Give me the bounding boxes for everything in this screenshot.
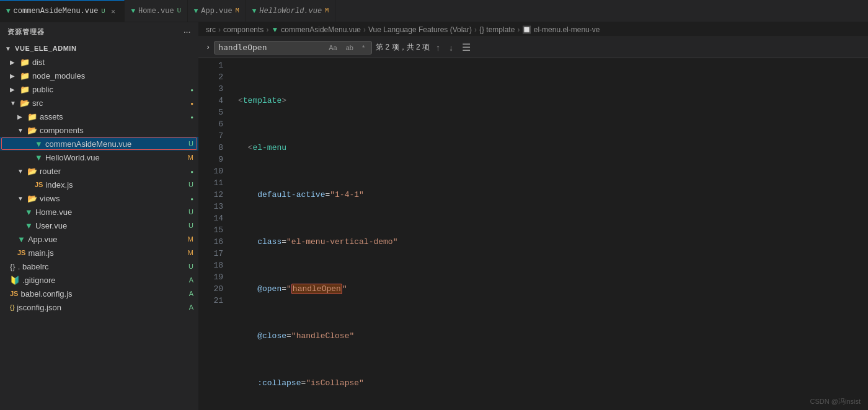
folder-icon: 📁 bbox=[20, 71, 30, 81]
tab-helloworld[interactable]: ▼ HelloWorld.vue M bbox=[246, 0, 335, 22]
sidebar-item-public[interactable]: ▶ 📁 public bbox=[0, 82, 198, 96]
tree-item-label: babel.config.js bbox=[20, 289, 72, 299]
breadcrumb-components: components bbox=[223, 25, 264, 34]
folder-icon: 📁 bbox=[27, 112, 37, 121]
tab-label: Home.vue bbox=[138, 7, 174, 15]
use-regex-button[interactable]: * bbox=[359, 43, 368, 53]
tree-item-label: dist bbox=[32, 58, 45, 67]
folder-open-icon: 📂 bbox=[20, 98, 30, 108]
sidebar-item-dist[interactable]: ▶ 📁 dist bbox=[0, 55, 198, 69]
sidebar-title: 资源管理器 bbox=[7, 27, 44, 37]
sidebar-item-src[interactable]: ▼ 📂 src bbox=[0, 96, 198, 110]
search-prev-button[interactable]: ↑ bbox=[433, 41, 443, 54]
file-badge bbox=[190, 113, 193, 120]
breadcrumb-src: src bbox=[206, 25, 216, 34]
sidebar-item-home[interactable]: ▼ Home.vue U bbox=[0, 205, 198, 219]
tree-item-label: router bbox=[40, 167, 61, 176]
json-file-icon: {} bbox=[10, 303, 14, 311]
sidebar-item-mainjs[interactable]: JS main.js M bbox=[0, 246, 198, 260]
sidebar: 资源管理器 ··· ▼ VUE_ELE_ADMIN ▶ 📁 dist ▶ 📁 n… bbox=[0, 22, 198, 410]
code-line-1: <template> bbox=[238, 95, 868, 107]
code-line-2: <el-menu bbox=[238, 142, 868, 154]
match-case-button[interactable]: Aa bbox=[326, 43, 340, 53]
tree-item-label: src bbox=[32, 98, 43, 108]
breadcrumb-sep: › bbox=[363, 25, 366, 34]
sidebar-item-node-modules[interactable]: ▶ 📁 node_modules bbox=[0, 69, 198, 82]
sidebar-item-helloworld[interactable]: ▶ ▼ HelloWorld.vue M bbox=[0, 150, 198, 164]
sidebar-item-app[interactable]: ▼ App.vue M bbox=[0, 232, 198, 246]
sidebar-item-commenasidemenu[interactable]: ▶ ▼ commenAsideMenu.vue U bbox=[0, 137, 198, 150]
file-badge: U bbox=[188, 263, 193, 270]
code-line-4: class="el-menu-vertical-demo" bbox=[238, 236, 868, 248]
tree-item-label: jsconfig.json bbox=[17, 303, 61, 312]
file-badge bbox=[190, 99, 193, 107]
folder-icon: 📁 bbox=[20, 85, 30, 94]
file-badge: A bbox=[189, 276, 193, 284]
file-badge: M bbox=[188, 249, 193, 256]
watermark: CSDN @冯insist bbox=[810, 397, 861, 406]
tabs-bar: ▼ commenAsideMenu.vue U ✕ ▼ Home.vue U ▼… bbox=[0, 0, 868, 22]
code-line-6: @close="handleClose" bbox=[238, 330, 868, 342]
sidebar-item-components[interactable]: ▼ 📂 components bbox=[0, 123, 198, 137]
sidebar-item-babelrc[interactable]: {} . babelrc U bbox=[0, 260, 198, 273]
tree-item-label: index.js bbox=[45, 180, 73, 190]
collapse-icon: ▶ bbox=[10, 86, 17, 93]
vue-file-icon: ▼ bbox=[35, 153, 43, 162]
tab-home[interactable]: ▼ Home.vue U bbox=[125, 0, 187, 22]
sidebar-item-user[interactable]: ▼ User.vue U bbox=[0, 219, 198, 232]
collapse-arrow: ▼ bbox=[5, 45, 12, 52]
code-editor[interactable]: 1 2 3 4 5 6 7 8 9 10 11 12 13 14 15 16 1… bbox=[198, 58, 868, 410]
folder-open-icon: 📂 bbox=[27, 194, 37, 203]
vue-file-icon: ▼ bbox=[25, 207, 33, 217]
git-icon: 🔰 bbox=[10, 276, 20, 285]
file-badge: U bbox=[188, 181, 193, 188]
sidebar-header: 资源管理器 ··· bbox=[0, 22, 198, 41]
tab-label: commenAsideMenu.vue bbox=[14, 7, 99, 15]
search-input-wrapper: Aa ab * bbox=[214, 41, 372, 55]
search-close-button[interactable]: ☰ bbox=[459, 40, 473, 55]
tab-badge: M bbox=[236, 7, 239, 14]
sidebar-item-assets[interactable]: ▶ 📁 assets bbox=[0, 110, 198, 123]
file-badge: U bbox=[188, 222, 193, 229]
folder-open-icon: 📂 bbox=[27, 167, 37, 176]
search-input[interactable] bbox=[218, 43, 323, 52]
sidebar-item-indexjs[interactable]: ▶ JS index.js U bbox=[0, 178, 198, 191]
breadcrumb-volar: Vue Language Features (Volar) bbox=[368, 25, 472, 34]
sidebar-item-views[interactable]: ▼ 📂 views bbox=[0, 191, 198, 205]
sidebar-item-babelconfig[interactable]: JS babel.config.js A bbox=[0, 287, 198, 300]
collapse-icon: ▼ bbox=[17, 195, 25, 202]
breadcrumb-sep: › bbox=[517, 25, 520, 34]
search-next-button[interactable]: ↓ bbox=[446, 41, 456, 54]
tab-label: App.vue bbox=[201, 7, 232, 15]
breadcrumb-template: {} template bbox=[479, 25, 515, 34]
vue-icon: ▼ bbox=[194, 7, 198, 15]
js-file-icon: JS bbox=[17, 249, 25, 256]
file-badge bbox=[190, 85, 193, 93]
sidebar-actions[interactable]: ··· bbox=[184, 28, 191, 36]
file-badge: A bbox=[189, 290, 193, 297]
tab-commenasidemenu[interactable]: ▼ commenAsideMenu.vue U ✕ bbox=[0, 0, 125, 22]
tree-root[interactable]: ▼ VUE_ELE_ADMIN bbox=[0, 41, 198, 55]
tree-item-label: App.vue bbox=[28, 235, 58, 244]
tab-app[interactable]: ▼ App.vue M bbox=[188, 0, 246, 22]
match-whole-word-button[interactable]: ab bbox=[343, 43, 356, 53]
js-file-icon: JS bbox=[10, 290, 18, 297]
sidebar-item-jsconfigjson[interactable]: {} jsconfig.json A bbox=[0, 300, 198, 314]
collapse-icon: ▼ bbox=[17, 127, 25, 134]
tab-badge: U bbox=[101, 8, 105, 15]
sidebar-item-gitignore[interactable]: 🔰 .gitignore A bbox=[0, 273, 198, 287]
tree-item-label: views bbox=[40, 194, 60, 203]
tree-item-label: .gitignore bbox=[22, 276, 55, 285]
sidebar-item-router[interactable]: ▼ 📂 router bbox=[0, 164, 198, 178]
search-expand-icon[interactable]: › bbox=[206, 43, 210, 52]
breadcrumb-vue-icon: ▼ bbox=[271, 25, 278, 34]
tree-item-label: components bbox=[40, 126, 84, 135]
tree-item-label: HelloWorld.vue bbox=[45, 153, 100, 162]
more-icon[interactable]: ··· bbox=[184, 28, 191, 36]
breadcrumb-sep: › bbox=[218, 25, 221, 34]
collapse-icon: ▶ bbox=[17, 113, 25, 120]
file-badge: U bbox=[188, 208, 193, 216]
tree-item-label: assets bbox=[40, 112, 63, 121]
tab-close-button[interactable]: ✕ bbox=[108, 6, 118, 16]
vue-icon: ▼ bbox=[252, 7, 257, 15]
